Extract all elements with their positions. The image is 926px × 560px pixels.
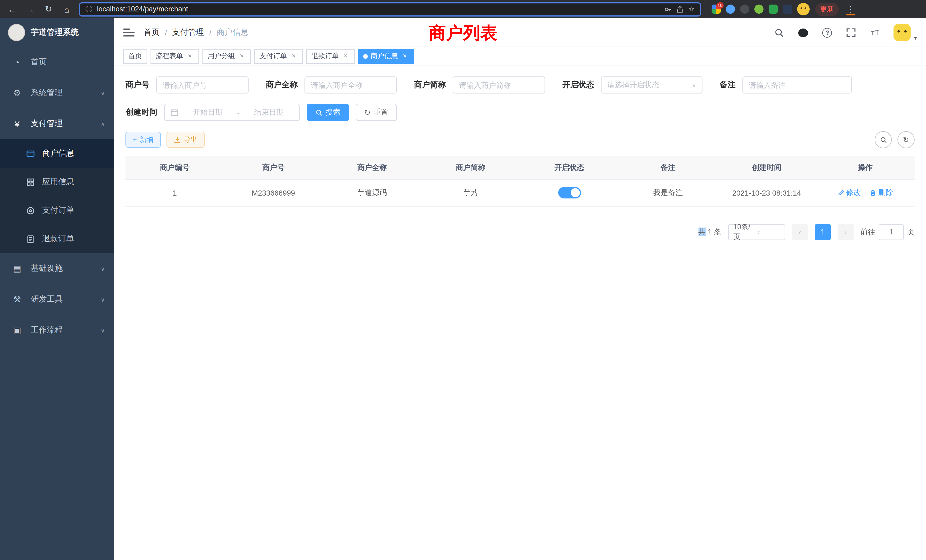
full-name-input[interactable]: [304, 76, 397, 94]
plus-icon: +: [133, 136, 137, 144]
cell-remark: 我是备注: [619, 179, 717, 206]
screen: ← → ↻ ⌂ ⓘ localhost:1024/pay/merchant ☆ …: [0, 0, 926, 560]
key-icon[interactable]: [664, 5, 672, 13]
browser-update-button[interactable]: 更新: [816, 3, 839, 16]
sidebar-item-payment[interactable]: ¥ 支付管理 ∧: [0, 108, 114, 139]
close-icon[interactable]: ×: [290, 52, 298, 60]
tab-home[interactable]: 首页: [123, 49, 147, 64]
short-name-input[interactable]: [453, 76, 545, 94]
help-icon[interactable]: ?: [822, 27, 833, 38]
sidebar-item-label: 首页: [31, 57, 105, 67]
share-icon[interactable]: [676, 5, 684, 13]
logo[interactable]: 芋道管理系统: [0, 18, 114, 47]
tab-label: 退款订单: [311, 51, 339, 61]
browser-chrome: ← → ↻ ⌂ ⓘ localhost:1024/pay/merchant ☆ …: [0, 0, 926, 18]
extension-dark-icon[interactable]: [740, 5, 749, 14]
add-button-label: 新增: [140, 135, 153, 145]
github-icon[interactable]: [798, 27, 809, 38]
table-toolbar: + 新增 导出 ↻: [126, 131, 915, 148]
col-status: 开启状态: [520, 156, 619, 179]
browser-profile-avatar[interactable]: [797, 3, 809, 15]
status-toggle[interactable]: [558, 187, 581, 198]
font-size-icon[interactable]: тT: [870, 27, 881, 38]
tab-refund-order[interactable]: 退款订单 ×: [306, 49, 355, 64]
add-button[interactable]: + 新增: [126, 132, 161, 148]
toggle-search-button[interactable]: [875, 131, 892, 148]
status-select[interactable]: 请选择开启状态 ∨: [601, 76, 702, 94]
sidebar-item-label: 基础设施: [31, 263, 101, 274]
navbar: 首页 / 支付管理 / 商户信息 ? тT: [114, 18, 926, 47]
reset-button[interactable]: ↻ 重置: [356, 104, 397, 121]
close-icon[interactable]: ×: [342, 52, 350, 60]
extension-icons: 10: [712, 3, 809, 15]
status-select-placeholder: 请选择开启状态: [607, 80, 692, 90]
breadcrumb-payment[interactable]: 支付管理: [172, 27, 204, 38]
page-size-select[interactable]: 10条/页 ∨: [728, 224, 785, 240]
search-icon[interactable]: [774, 27, 785, 38]
sidebar-item-merchant-info[interactable]: 商户信息: [0, 139, 114, 168]
sidebar-item-label: 应用信息: [42, 177, 74, 187]
address-bar[interactable]: ⓘ localhost:1024/pay/merchant ☆: [79, 2, 701, 16]
monitor-icon: ▤: [11, 263, 23, 274]
sidebar-item-dev-tools[interactable]: ⚒ 研发工具 ∨: [0, 284, 114, 315]
remark-input[interactable]: [742, 76, 852, 94]
table-row: 1 M233666999 芋道源码 芋艿 我是备注 2021-10-23 08:…: [126, 179, 915, 206]
back-icon[interactable]: ←: [6, 4, 18, 14]
merchant-no-input[interactable]: [156, 76, 249, 94]
cell-full-name: 芋道源码: [323, 179, 421, 206]
col-merchant-no: 商户号: [224, 156, 323, 179]
url-text: localhost:1024/pay/merchant: [97, 5, 660, 13]
extension-blue-icon[interactable]: [726, 5, 735, 14]
breadcrumb-home[interactable]: 首页: [144, 27, 160, 38]
extension-navy-icon[interactable]: [783, 5, 792, 14]
document-icon: [25, 235, 35, 243]
search-button[interactable]: 搜索: [307, 104, 349, 121]
tab-process-form[interactable]: 流程表单 ×: [151, 49, 199, 64]
fullscreen-icon[interactable]: [846, 27, 857, 38]
sidebar-item-refund-order[interactable]: 退款订单: [0, 225, 114, 253]
home-icon[interactable]: ⌂: [61, 4, 73, 14]
sidebar-item-infrastructure[interactable]: ▤ 基础设施 ∨: [0, 253, 114, 284]
extension-green-square-icon[interactable]: [769, 5, 778, 14]
refresh-icon[interactable]: ↻: [42, 4, 55, 14]
extension-green-circle-icon[interactable]: [754, 5, 764, 14]
site-info-icon[interactable]: ⓘ: [86, 4, 92, 14]
sidebar-item-system[interactable]: ⚙ 系统管理 ∨: [0, 77, 114, 108]
browser-menu-icon[interactable]: ⋮: [844, 5, 857, 14]
sidebar-item-home[interactable]: ◔ 首页: [0, 47, 114, 77]
sidebar-item-app-info[interactable]: 应用信息: [0, 168, 114, 196]
goto-page-input[interactable]: [879, 224, 904, 240]
next-page-button[interactable]: ›: [838, 224, 853, 240]
create-time-range-picker[interactable]: 开始日期 - 结束日期: [164, 104, 300, 121]
tab-pay-order[interactable]: 支付订单 ×: [254, 49, 303, 64]
tab-user-group[interactable]: 用户分组 ×: [203, 49, 251, 64]
close-icon[interactable]: ×: [186, 52, 194, 60]
remark-label: 备注: [720, 80, 735, 90]
refresh-table-button[interactable]: ↻: [897, 131, 915, 148]
delete-label: 删除: [878, 188, 893, 198]
hamburger-icon[interactable]: [123, 29, 135, 36]
col-create-time: 创建时间: [717, 156, 816, 179]
forward-icon[interactable]: →: [24, 4, 36, 14]
sidebar-item-label: 系统管理: [31, 88, 101, 98]
close-icon[interactable]: ×: [238, 52, 246, 60]
tab-merchant-info[interactable]: 商户信息 ×: [358, 49, 414, 64]
grid-icon: [25, 178, 35, 186]
extensions-puzzle-icon[interactable]: 10: [712, 5, 721, 14]
cell-status: [520, 179, 619, 206]
delete-button[interactable]: 删除: [870, 188, 893, 198]
prev-page-button[interactable]: ‹: [792, 224, 808, 240]
col-full-name: 商户全称: [323, 156, 421, 179]
create-time-label: 创建时间: [126, 107, 157, 118]
cell-merchant-no: M233666999: [224, 179, 323, 206]
col-merchant-id: 商户编号: [126, 156, 224, 179]
close-icon[interactable]: ×: [401, 52, 409, 60]
bookmark-star-icon[interactable]: ☆: [688, 5, 694, 13]
edit-button[interactable]: 修改: [837, 188, 861, 198]
sidebar-item-workflow[interactable]: ▣ 工作流程 ∨: [0, 315, 114, 345]
user-avatar[interactable]: ▾: [894, 24, 917, 41]
avatar-image: [894, 24, 911, 41]
sidebar-item-pay-order[interactable]: 支付订单: [0, 196, 114, 225]
page-number-button[interactable]: 1: [815, 224, 831, 240]
export-button[interactable]: 导出: [166, 132, 205, 148]
